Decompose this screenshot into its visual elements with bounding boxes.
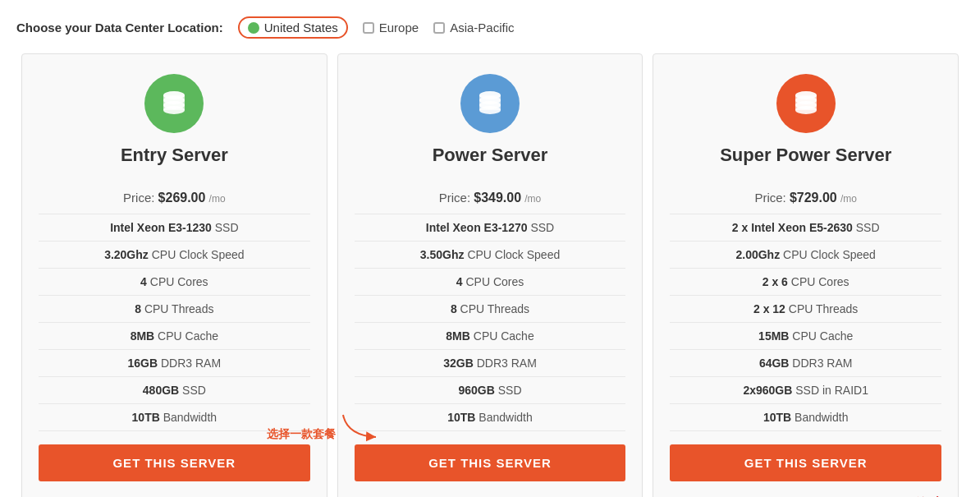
spec-text: SSD — [212, 221, 239, 234]
radio-dot-us — [248, 22, 259, 34]
location-label: Choose your Data Center Location: — [16, 21, 223, 35]
spec-row: 4 CPU Cores — [355, 269, 626, 296]
spec-bold: 15MB — [758, 329, 789, 343]
super-get-button[interactable]: GET THIS SERVER — [670, 444, 941, 481]
spec-text: CPU Clock Speed — [780, 248, 876, 261]
spec-row: Intel Xeon E3-1230 SSD — [39, 214, 310, 242]
spec-bold: 8MB — [131, 329, 155, 343]
spec-bold: 2 x 6 — [762, 275, 788, 288]
entry-title: Entry Server — [39, 145, 310, 166]
location-eu[interactable]: Europe — [363, 21, 419, 35]
spec-row: 64GB DDR3 RAM — [670, 350, 941, 377]
svg-point-6 — [163, 106, 185, 114]
spec-row: 15MB CPU Cache — [670, 323, 941, 350]
spec-text: DDR3 RAM — [789, 357, 852, 370]
spec-text: CPU Cache — [154, 329, 218, 343]
location-us[interactable]: United States — [238, 16, 348, 39]
spec-bold: 4 — [456, 275, 463, 288]
entry-db-icon — [158, 88, 190, 119]
power-per-mo: /mo — [524, 193, 541, 205]
power-icon-circle — [460, 74, 520, 133]
spec-text: CPU Threads — [457, 302, 529, 315]
spec-row: 2 x Intel Xeon E5-2630 SSD — [670, 214, 941, 242]
spec-bold: 3.50Ghz — [420, 248, 465, 261]
spec-text: SSD — [853, 221, 880, 234]
entry-price-row: Price: $269.00 /mo — [39, 181, 310, 214]
spec-text: DDR3 RAM — [158, 357, 221, 370]
spec-bold: 4 — [140, 275, 147, 288]
power-price: $349.00 — [474, 191, 521, 205]
radio-empty-eu — [363, 22, 374, 34]
radio-empty-ap — [433, 22, 445, 34]
cards-container: Entry Server Price: $269.00 /mo Intel Xe… — [16, 53, 964, 497]
spec-row: 2.00Ghz CPU Clock Speed — [670, 242, 941, 269]
spec-bold: 2 x Intel Xeon E5-2630 — [732, 221, 853, 234]
power-specs: Intel Xeon E3-1270 SSD3.50Ghz CPU Clock … — [355, 214, 626, 431]
spec-bold: 2 x 12 — [753, 302, 785, 315]
spec-text: DDR3 RAM — [474, 357, 537, 370]
spec-text: SSD — [179, 384, 206, 397]
entry-price: $269.00 — [158, 191, 206, 205]
spec-text: CPU Threads — [141, 302, 213, 315]
spec-bold: 10TB — [447, 411, 475, 424]
spec-row: 10TB Bandwidth — [39, 404, 310, 431]
spec-row: 10TB Bandwidth — [670, 404, 941, 431]
spec-text: CPU Clock Speed — [149, 248, 245, 261]
spec-text: CPU Cache — [470, 329, 534, 343]
power-price-label: Price: — [439, 191, 470, 205]
spec-row: 8 CPU Threads — [39, 296, 310, 323]
spec-row: 2x960GB SSD in RAID1 — [670, 377, 941, 404]
super-icon-circle — [776, 74, 836, 133]
spec-bold: 2.00Ghz — [735, 248, 780, 261]
svg-point-13 — [479, 106, 501, 114]
spec-bold: 64GB — [759, 357, 790, 370]
spec-row: 2 x 6 CPU Cores — [670, 269, 941, 296]
spec-text: CPU Cores — [788, 275, 849, 288]
entry-server-card: Entry Server Price: $269.00 /mo Intel Xe… — [21, 53, 327, 497]
spec-row: 10TB Bandwidth — [355, 404, 626, 431]
spec-row: 480GB SSD — [39, 377, 310, 404]
location-eu-label: Europe — [379, 21, 419, 35]
spec-text: CPU Clock Speed — [465, 248, 561, 261]
entry-per-mo: /mo — [209, 193, 226, 205]
spec-row: 3.50Ghz CPU Clock Speed — [355, 242, 626, 269]
location-bar: Choose your Data Center Location: United… — [16, 8, 964, 53]
super-db-icon — [790, 88, 822, 119]
spec-row: 4 CPU Cores — [39, 269, 310, 296]
super-specs: 2 x Intel Xeon E5-2630 SSD2.00Ghz CPU Cl… — [670, 214, 941, 431]
spec-bold: 10TB — [132, 411, 160, 424]
spec-text: CPU Cache — [789, 329, 853, 343]
entry-icon-circle — [144, 74, 204, 133]
spec-row: 8 CPU Threads — [355, 296, 626, 323]
spec-bold: 8MB — [446, 329, 470, 343]
spec-text: CPU Cores — [147, 275, 208, 288]
spec-text: SSD — [495, 384, 522, 397]
svg-point-20 — [795, 106, 817, 114]
location-ap-label: Asia-Pacific — [450, 21, 514, 35]
spec-bold: 32GB — [443, 357, 474, 370]
location-ap[interactable]: Asia-Pacific — [433, 21, 514, 35]
spec-bold: 10TB — [763, 411, 791, 424]
spec-row: 8MB CPU Cache — [355, 323, 626, 350]
entry-price-label: Price: — [123, 191, 154, 205]
spec-row: 2 x 12 CPU Threads — [670, 296, 941, 323]
power-get-button[interactable]: GET THIS SERVER — [355, 444, 626, 481]
super-price-row: Price: $729.00 /mo — [670, 181, 941, 214]
spec-row: 16GB DDR3 RAM — [39, 350, 310, 377]
spec-bold: 8 — [451, 302, 457, 315]
spec-text: Bandwidth — [791, 411, 848, 424]
spec-row: 8MB CPU Cache — [39, 323, 310, 350]
super-title: Super Power Server — [670, 145, 941, 166]
spec-text: CPU Cores — [463, 275, 524, 288]
power-price-row: Price: $349.00 /mo — [355, 181, 626, 214]
spec-text: Bandwidth — [475, 411, 532, 424]
spec-bold: Intel Xeon E3-1270 — [426, 221, 528, 234]
super-per-mo: /mo — [840, 193, 857, 205]
page-wrapper: Choose your Data Center Location: United… — [0, 0, 980, 497]
power-title: Power Server — [355, 145, 626, 166]
spec-text: SSD in RAID1 — [792, 384, 868, 397]
spec-row: Intel Xeon E3-1270 SSD — [355, 214, 626, 242]
spec-bold: 2x960GB — [743, 384, 792, 397]
spec-bold: 960GB — [458, 384, 494, 397]
entry-get-button[interactable]: GET THIS SERVER — [39, 444, 310, 481]
